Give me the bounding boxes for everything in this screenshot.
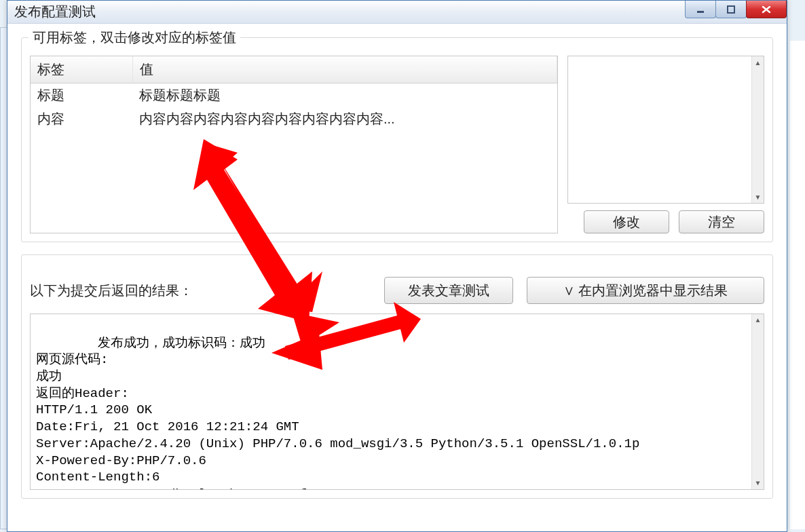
tags-table[interactable]: 标签 值 标题 标题标题标题 内容 内容内容内容内容内容内容内容内容: [30, 56, 558, 233]
scrollbar-vertical[interactable]: ▲ ▼: [751, 56, 764, 203]
show-in-browser-button[interactable]: ∨ 在内置浏览器中显示结果: [527, 277, 764, 304]
result-groupbox: 以下为提交后返回的结果： 发表文章测试 ∨ 在内置浏览器中显示结果 发布成功，成…: [21, 254, 773, 499]
result-label: 以下为提交后返回的结果：: [30, 282, 193, 300]
scrollbar-vertical[interactable]: ▲ ▼: [751, 314, 764, 489]
svg-rect-0: [697, 11, 704, 13]
scroll-up-icon[interactable]: ▲: [752, 56, 764, 69]
publish-test-button[interactable]: 发表文章测试: [384, 277, 513, 304]
side-listbox[interactable]: ▲ ▼: [567, 56, 764, 204]
result-text: 发布成功，成功标识码：成功 网页源代码: 成功 返回的Header: HTTP/…: [36, 336, 639, 490]
close-button[interactable]: [746, 1, 787, 18]
table-row[interactable]: 标题 标题标题标题: [31, 83, 557, 108]
content-area: 可用标签，双击修改对应的标签值 标签 值 标题: [7, 24, 787, 531]
maximize-button[interactable]: [715, 1, 747, 18]
cell-value: 内容内容内容内容内容内容内容内容内容...: [132, 107, 557, 131]
cell-tag: 标题: [31, 83, 132, 108]
clear-button[interactable]: 清空: [679, 210, 764, 233]
scroll-down-icon[interactable]: ▼: [752, 477, 764, 489]
cell-value: 标题标题标题: [132, 83, 557, 108]
dialog-window: 发布配置测试 可用标签，双击修改对应的标签值 标签: [7, 0, 787, 532]
col-header-tag[interactable]: 标签: [31, 56, 132, 83]
tags-groupbox: 可用标签，双击修改对应的标签值 标签 值 标题: [21, 37, 773, 242]
result-textarea[interactable]: 发布成功，成功标识码：成功 网页源代码: 成功 返回的Header: HTTP/…: [30, 314, 764, 490]
scroll-down-icon[interactable]: ▼: [752, 191, 764, 203]
window-title: 发布配置测试: [14, 3, 96, 21]
titlebar[interactable]: 发布配置测试: [7, 1, 787, 24]
col-header-value[interactable]: 值: [132, 56, 557, 83]
modify-button[interactable]: 修改: [584, 210, 669, 233]
table-row[interactable]: 内容 内容内容内容内容内容内容内容内容内容...: [31, 107, 557, 131]
window-controls: [686, 1, 787, 18]
svg-rect-1: [728, 6, 734, 13]
groupbox-title: 可用标签，双击修改对应的标签值: [29, 28, 240, 47]
cell-tag: 内容: [31, 107, 132, 131]
table-header-row: 标签 值: [31, 56, 557, 83]
scroll-up-icon[interactable]: ▲: [752, 314, 764, 326]
minimize-button[interactable]: [685, 1, 716, 18]
